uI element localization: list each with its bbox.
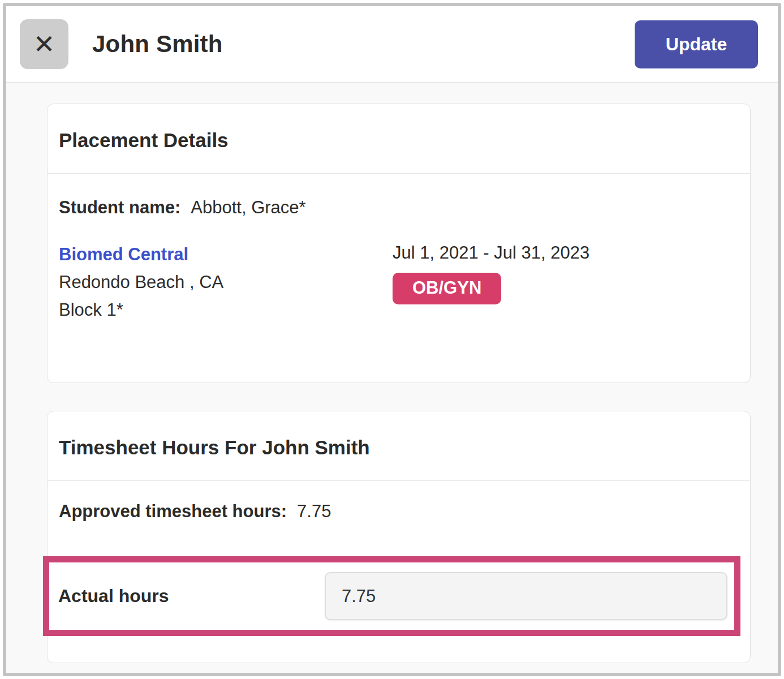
approved-hours-row: Approved timesheet hours:7.75 xyxy=(59,501,739,522)
placement-date-range: Jul 1, 2021 - Jul 31, 2023 xyxy=(393,240,589,265)
close-button[interactable]: ✕ xyxy=(20,19,68,69)
actual-hours-highlight-box: Actual hours xyxy=(43,556,740,636)
site-info-column: Biomed Central Redondo Beach , CA Block … xyxy=(59,240,393,324)
update-button[interactable]: Update xyxy=(635,20,758,68)
drawer-panel: ✕ John Smith Update Placement Details St… xyxy=(3,3,781,676)
placement-columns: Biomed Central Redondo Beach , CA Block … xyxy=(59,240,739,324)
drawer-header: ✕ John Smith Update xyxy=(6,6,778,83)
specialty-badge: OB/GYN xyxy=(393,273,501,304)
actual-hours-label: Actual hours xyxy=(58,586,169,607)
student-name-row: Student name:Abbott, Grace* xyxy=(59,197,739,218)
approved-hours-label: Approved timesheet hours: xyxy=(59,501,287,521)
timesheet-hours-card: Timesheet Hours For John Smith Approved … xyxy=(47,411,751,663)
date-specialty-column: Jul 1, 2021 - Jul 31, 2023 OB/GYN xyxy=(393,240,589,324)
timesheet-card-body: Approved timesheet hours:7.75 xyxy=(48,481,750,522)
drawer-title: John Smith xyxy=(92,31,223,58)
approved-hours-value: 7.75 xyxy=(297,501,331,521)
site-link[interactable]: Biomed Central xyxy=(59,240,188,268)
student-name-label: Student name: xyxy=(59,197,180,217)
close-icon: ✕ xyxy=(33,31,55,57)
placement-card-title: Placement Details xyxy=(48,104,750,174)
student-name-value: Abbott, Grace* xyxy=(191,197,305,217)
site-block: Block 1* xyxy=(59,300,123,320)
drawer-content: Placement Details Student name:Abbott, G… xyxy=(6,83,778,673)
placement-card-body: Student name:Abbott, Grace* Biomed Centr… xyxy=(48,174,750,324)
actual-hours-input[interactable] xyxy=(325,572,727,620)
placement-details-card: Placement Details Student name:Abbott, G… xyxy=(47,104,751,383)
site-location: Redondo Beach , CA xyxy=(59,272,223,292)
timesheet-card-title: Timesheet Hours For John Smith xyxy=(48,411,750,481)
